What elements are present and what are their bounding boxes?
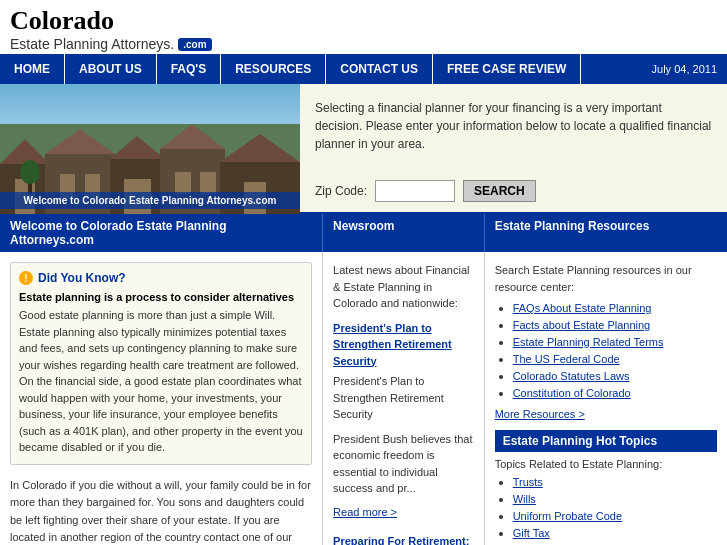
hero-image: Welcome to Colorado Estate Planning Atto… (0, 84, 300, 214)
left-body: In Colorado if you die without a will, y… (10, 477, 312, 546)
resource-link-5[interactable]: Constitution of Colorado (513, 387, 631, 399)
svg-rect-14 (200, 172, 216, 194)
news1-read-more[interactable]: Read more > (333, 506, 397, 518)
did-you-know-body: Good estate planning is more than just a… (19, 307, 303, 456)
newsroom-intro: Latest news about Financial & Estate Pla… (333, 262, 474, 312)
main-content: ! Did You Know? Estate planning is a pro… (0, 252, 727, 545)
hero-zip-row: Zip Code: SEARCH (315, 180, 712, 202)
hot-topic-1[interactable]: Wills (513, 493, 536, 505)
subtitle-text: Estate Planning Attorneys. (10, 36, 174, 52)
hot-topics-intro: Topics Related to Estate Planning: (495, 458, 717, 470)
resource-link-1[interactable]: Facts about Estate Planning (513, 319, 651, 331)
welcome-left: Welcome to Colorado Estate Planning Atto… (0, 214, 323, 252)
list-item: Trusts (513, 475, 717, 489)
resource-link-4[interactable]: Colorado Statutes Laws (513, 370, 630, 382)
resources-intro: Search Estate Planning resources in our … (495, 262, 717, 295)
nav-date: July 04, 2011 (642, 54, 727, 84)
list-item: Estate Planning Related Terms (513, 335, 717, 349)
zip-input[interactable] (375, 180, 455, 202)
right-column: Search Estate Planning resources in our … (485, 252, 727, 545)
search-button[interactable]: SEARCH (463, 180, 536, 202)
nav-contact[interactable]: CONTACT US (326, 54, 433, 84)
svg-rect-13 (175, 172, 191, 194)
hot-topic-3[interactable]: Gift Tax (513, 527, 550, 539)
news1-link[interactable]: President's Plan to Strengthen Retiremen… (333, 320, 474, 370)
resources-list: FAQs About Estate Planning Facts about E… (495, 301, 717, 400)
nav-about[interactable]: ABOUT US (65, 54, 157, 84)
middle-column: Latest news about Financial & Estate Pla… (323, 252, 485, 545)
news1-body: President's Plan to Strengthen Retiremen… (333, 373, 474, 423)
main-nav: HOME ABOUT US FAQ'S RESOURCES CONTACT US… (0, 54, 727, 84)
list-item: Uniform Probate Code (513, 509, 717, 523)
nav-home[interactable]: HOME (0, 54, 65, 84)
resource-link-0[interactable]: FAQs About Estate Planning (513, 302, 652, 314)
news1-extended: President Bush believes that economic fr… (333, 431, 474, 497)
welcome-bar: Welcome to Colorado Estate Planning Atto… (0, 214, 727, 252)
hot-topic-2[interactable]: Uniform Probate Code (513, 510, 622, 522)
did-you-know-box: ! Did You Know? Estate planning is a pro… (10, 262, 312, 465)
left-body-text: In Colorado if you die without a will, y… (10, 477, 312, 546)
resource-link-2[interactable]: Estate Planning Related Terms (513, 336, 664, 348)
welcome-right: Estate Planning Resources (485, 214, 727, 252)
did-you-know-subtitle: Estate planning is a process to consider… (19, 291, 303, 303)
did-you-know-title: Did You Know? (38, 271, 126, 285)
info-icon: ! (19, 271, 33, 285)
svg-point-19 (20, 160, 40, 184)
zip-label: Zip Code: (315, 184, 367, 198)
hero-welcome-overlay: Welcome to Colorado Estate Planning Atto… (0, 192, 300, 209)
site-header: Colorado Estate Planning Attorneys. .com (0, 0, 727, 54)
left-column: ! Did You Know? Estate planning is a pro… (0, 252, 323, 545)
list-item: Wills (513, 492, 717, 506)
hot-topics-list: Trusts Wills Uniform Probate Code Gift T… (495, 475, 717, 540)
nav-free-case[interactable]: FREE CASE REVIEW (433, 54, 581, 84)
site-title: Colorado (10, 6, 717, 36)
hero-section: Welcome to Colorado Estate Planning Atto… (0, 84, 727, 214)
list-item: Gift Tax (513, 526, 717, 540)
nav-resources[interactable]: RESOURCES (221, 54, 326, 84)
list-item: Facts about Estate Planning (513, 318, 717, 332)
resource-link-3[interactable]: The US Federal Code (513, 353, 620, 365)
hot-topics-header: Estate Planning Hot Topics (495, 430, 717, 452)
list-item: Colorado Statutes Laws (513, 369, 717, 383)
nav-faq[interactable]: FAQ'S (157, 54, 222, 84)
news2-link[interactable]: Preparing For Retirement: It's Not Just … (333, 533, 474, 546)
hero-description: Selecting a financial planner for your f… (315, 99, 712, 153)
did-you-know-header: ! Did You Know? (19, 271, 303, 285)
hero-content: Selecting a financial planner for your f… (300, 84, 727, 212)
list-item: FAQs About Estate Planning (513, 301, 717, 315)
more-resources-link[interactable]: More Resources > (495, 408, 717, 420)
welcome-middle: Newsroom (323, 214, 485, 252)
hot-topic-0[interactable]: Trusts (513, 476, 543, 488)
com-badge: .com (178, 38, 211, 51)
site-subtitle: Estate Planning Attorneys. .com (10, 36, 717, 52)
list-item: The US Federal Code (513, 352, 717, 366)
list-item: Constitution of Colorado (513, 386, 717, 400)
